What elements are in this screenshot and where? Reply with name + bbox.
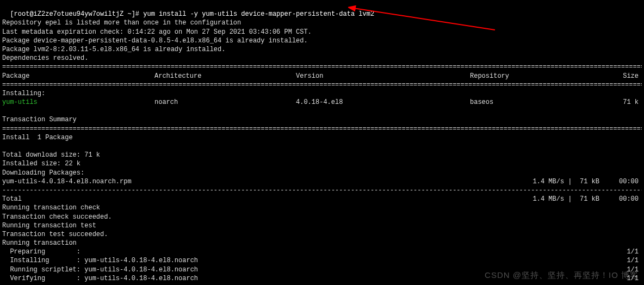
col-size: Size xyxy=(579,72,642,80)
output-line: Downloading Packages: xyxy=(2,169,642,177)
output-line: Running transaction test xyxy=(2,221,642,230)
separator-dash: ----------------------------------------… xyxy=(2,186,642,195)
download-row: yum-utils-4.0.18-4.el8.noarch.rpm 1.4 MB… xyxy=(2,177,642,186)
separator-double: ========================================… xyxy=(2,80,642,89)
output-line: Dependencies resolved. xyxy=(2,54,642,63)
progress-row: Installing : yum-utils-4.0.18-4.el8.noar… xyxy=(2,256,642,265)
table-header: Package Architecture Version Repository … xyxy=(2,72,642,80)
col-version: Version xyxy=(296,72,470,80)
separator-double: ========================================… xyxy=(2,125,642,133)
transaction-summary: Transaction Summary xyxy=(2,115,642,124)
total-label: Total xyxy=(2,195,533,203)
progress-left: Preparing : xyxy=(2,247,627,256)
cell-size: 71 k xyxy=(579,98,642,107)
blank-line xyxy=(2,107,642,115)
progress-left: Verifying : yum-utils-4.0.18-4.el8.noarc… xyxy=(2,274,627,283)
cell-package: yum-utils xyxy=(2,98,154,107)
output-line: Installed size: 22 k xyxy=(2,159,642,168)
progress-right: 1/1 xyxy=(627,274,642,283)
cell-version: 4.0.18-4.el8 xyxy=(296,98,470,107)
separator-double: ========================================… xyxy=(2,63,642,71)
shell-prompt: [root@iZ2ze7otueu94yw7owiltjZ ~]# xyxy=(10,10,143,18)
download-stats: 1.4 MB/s | 71 kB 00:00 xyxy=(533,177,642,186)
installing-label: Installing: xyxy=(2,89,642,98)
progress-row: Running scriptlet: yum-utils-4.0.18-4.el… xyxy=(2,265,642,274)
col-package: Package xyxy=(2,72,154,80)
output-line: Total download size: 71 k xyxy=(2,151,642,159)
total-row: Total 1.4 MB/s | 71 kB 00:00 xyxy=(2,195,642,203)
progress-right: 1/1 xyxy=(627,256,642,265)
output-line: Transaction check succeeded. xyxy=(2,213,642,221)
total-stats: 1.4 MB/s | 71 kB 00:00 xyxy=(533,195,642,203)
output-line: Transaction test succeeded. xyxy=(2,230,642,239)
cell-repo: baseos xyxy=(470,98,579,107)
progress-left: Running scriptlet: yum-utils-4.0.18-4.el… xyxy=(2,265,627,274)
download-name: yum-utils-4.0.18-4.el8.noarch.rpm xyxy=(2,177,533,186)
output-line: Last metadata expiration check: 0:14:22 … xyxy=(2,28,642,36)
col-architecture: Architecture xyxy=(154,72,296,80)
progress-row: Preparing : 1/1 xyxy=(2,247,642,256)
output-line: Package device-mapper-persistent-data-0.… xyxy=(2,36,642,45)
progress-right: 1/1 xyxy=(627,247,642,256)
table-row: yum-utils noarch 4.0.18-4.el8 baseos 71 … xyxy=(2,98,642,107)
blank-line xyxy=(2,142,642,151)
command-line: [root@iZ2ze7otueu94yw7owiltjZ ~]# yum in… xyxy=(2,1,642,18)
progress-left: Installing : yum-utils-4.0.18-4.el8.noar… xyxy=(2,256,627,265)
progress-row: Verifying : yum-utils-4.0.18-4.el8.noarc… xyxy=(2,274,642,283)
shell-command: yum install -y yum-utils device-mapper-p… xyxy=(143,10,374,18)
output-line: Running transaction check xyxy=(2,203,642,212)
install-count: Install 1 Package xyxy=(2,133,642,142)
output-line: Repository epel is listed more than once… xyxy=(2,18,642,27)
output-line: Running transaction xyxy=(2,239,642,247)
col-repository: Repository xyxy=(470,72,579,80)
blank-line xyxy=(2,283,642,285)
output-line: Package lvm2-8:2.03.11-5.el8.x86_64 is a… xyxy=(2,45,642,54)
cell-arch: noarch xyxy=(154,98,296,107)
progress-right: 1/1 xyxy=(627,265,642,274)
